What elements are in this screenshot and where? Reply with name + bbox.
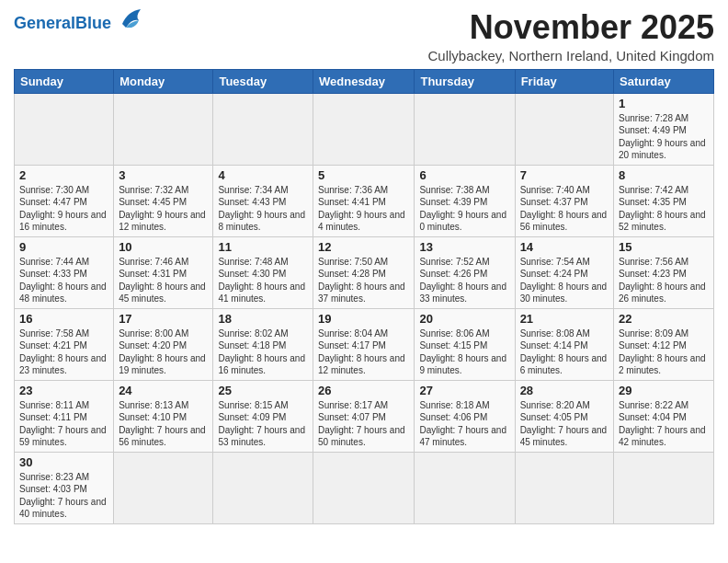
calendar-cell: 4Sunrise: 7:34 AM Sunset: 4:43 PM Daylig… [213,165,313,236]
calendar-cell: 2Sunrise: 7:30 AM Sunset: 4:47 PM Daylig… [15,165,114,236]
day-info: Sunrise: 8:00 AM Sunset: 4:20 PM Dayligh… [119,327,208,377]
calendar-week-2: 9Sunrise: 7:44 AM Sunset: 4:33 PM Daylig… [15,236,714,308]
day-info: Sunrise: 8:18 AM Sunset: 4:06 PM Dayligh… [419,399,509,449]
calendar: Sunday Monday Tuesday Wednesday Thursday… [14,69,714,524]
calendar-cell: 21Sunrise: 8:08 AM Sunset: 4:14 PM Dayli… [515,308,613,380]
calendar-header: Sunday Monday Tuesday Wednesday Thursday… [15,69,714,93]
day-number: 5 [318,168,409,182]
day-number: 25 [218,384,308,397]
day-info: Sunrise: 7:28 AM Sunset: 4:49 PM Dayligh… [619,112,709,162]
calendar-cell [114,93,213,165]
calendar-week-3: 16Sunrise: 7:58 AM Sunset: 4:21 PM Dayli… [15,308,714,380]
calendar-cell [415,452,515,523]
day-number: 21 [520,312,609,326]
calendar-cell: 1Sunrise: 7:28 AM Sunset: 4:49 PM Daylig… [614,93,714,165]
day-number: 11 [218,240,308,254]
calendar-cell: 30Sunrise: 8:23 AM Sunset: 4:03 PM Dayli… [15,452,114,523]
header-tuesday: Tuesday [213,69,313,93]
day-info: Sunrise: 7:56 AM Sunset: 4:23 PM Dayligh… [619,256,709,305]
header-sunday: Sunday [15,69,114,93]
header-thursday: Thursday [415,69,515,93]
day-info: Sunrise: 8:17 AM Sunset: 4:07 PM Dayligh… [318,399,409,449]
day-info: Sunrise: 8:22 AM Sunset: 4:04 PM Dayligh… [619,399,709,449]
calendar-cell [614,452,714,523]
calendar-cell: 14Sunrise: 7:54 AM Sunset: 4:24 PM Dayli… [515,236,613,308]
day-info: Sunrise: 7:54 AM Sunset: 4:24 PM Dayligh… [520,256,609,305]
calendar-cell: 18Sunrise: 8:02 AM Sunset: 4:18 PM Dayli… [213,308,313,380]
calendar-cell: 7Sunrise: 7:40 AM Sunset: 4:37 PM Daylig… [515,165,613,236]
day-info: Sunrise: 7:42 AM Sunset: 4:35 PM Dayligh… [619,184,709,234]
header-monday: Monday [114,69,213,93]
calendar-cell [313,452,415,523]
calendar-cell: 27Sunrise: 8:18 AM Sunset: 4:06 PM Dayli… [415,380,515,452]
calendar-cell: 22Sunrise: 8:09 AM Sunset: 4:12 PM Dayli… [614,308,714,380]
calendar-cell: 15Sunrise: 7:56 AM Sunset: 4:23 PM Dayli… [614,236,714,308]
day-number: 27 [419,384,509,397]
calendar-cell: 11Sunrise: 7:48 AM Sunset: 4:30 PM Dayli… [213,236,313,308]
day-number: 20 [419,312,509,326]
logo-bird-icon [113,7,146,33]
calendar-cell [114,452,213,523]
day-number: 24 [119,384,208,397]
day-number: 18 [218,312,308,326]
calendar-cell: 8Sunrise: 7:42 AM Sunset: 4:35 PM Daylig… [614,165,714,236]
calendar-cell: 12Sunrise: 7:50 AM Sunset: 4:28 PM Dayli… [313,236,415,308]
day-number: 14 [520,240,609,254]
day-number: 4 [218,168,308,182]
calendar-week-4: 23Sunrise: 8:11 AM Sunset: 4:11 PM Dayli… [15,380,714,452]
day-number: 12 [318,240,409,254]
calendar-cell: 16Sunrise: 7:58 AM Sunset: 4:21 PM Dayli… [15,308,114,380]
day-number: 29 [619,384,709,397]
calendar-cell: 28Sunrise: 8:20 AM Sunset: 4:05 PM Dayli… [515,380,613,452]
day-info: Sunrise: 7:52 AM Sunset: 4:26 PM Dayligh… [419,256,509,305]
day-info: Sunrise: 7:32 AM Sunset: 4:45 PM Dayligh… [119,184,208,234]
calendar-cell [415,93,515,165]
calendar-cell: 25Sunrise: 8:15 AM Sunset: 4:09 PM Dayli… [213,380,313,452]
logo-general: General [14,14,75,32]
day-info: Sunrise: 8:09 AM Sunset: 4:12 PM Dayligh… [619,327,709,377]
day-number: 8 [619,168,709,182]
day-number: 16 [19,312,108,326]
logo: GeneralBlue [14,9,146,33]
day-number: 10 [119,240,208,254]
calendar-cell: 10Sunrise: 7:46 AM Sunset: 4:31 PM Dayli… [114,236,213,308]
day-info: Sunrise: 8:02 AM Sunset: 4:18 PM Dayligh… [218,327,308,377]
location: Cullybackey, Northern Ireland, United Ki… [427,48,714,63]
calendar-cell [515,452,613,523]
calendar-cell: 6Sunrise: 7:38 AM Sunset: 4:39 PM Daylig… [415,165,515,236]
day-number: 1 [619,97,709,110]
header: GeneralBlue November 2025 Cullybackey, N… [14,9,714,63]
header-wednesday: Wednesday [313,69,415,93]
day-number: 7 [520,168,609,182]
day-number: 23 [19,384,108,397]
day-number: 26 [318,384,409,397]
day-info: Sunrise: 8:08 AM Sunset: 4:14 PM Dayligh… [520,327,609,377]
day-info: Sunrise: 8:13 AM Sunset: 4:10 PM Dayligh… [119,399,208,449]
calendar-body: 1Sunrise: 7:28 AM Sunset: 4:49 PM Daylig… [15,93,714,523]
day-info: Sunrise: 8:04 AM Sunset: 4:17 PM Dayligh… [318,327,409,377]
day-number: 17 [119,312,208,326]
calendar-cell [213,93,313,165]
calendar-week-0: 1Sunrise: 7:28 AM Sunset: 4:49 PM Daylig… [15,93,714,165]
day-info: Sunrise: 8:11 AM Sunset: 4:11 PM Dayligh… [19,399,108,449]
day-info: Sunrise: 7:50 AM Sunset: 4:28 PM Dayligh… [318,256,409,305]
calendar-cell: 9Sunrise: 7:44 AM Sunset: 4:33 PM Daylig… [15,236,114,308]
day-info: Sunrise: 8:20 AM Sunset: 4:05 PM Dayligh… [520,399,609,449]
header-row: Sunday Monday Tuesday Wednesday Thursday… [15,69,714,93]
calendar-week-5: 30Sunrise: 8:23 AM Sunset: 4:03 PM Dayli… [15,452,714,523]
calendar-cell [213,452,313,523]
day-number: 6 [419,168,509,182]
day-number: 13 [419,240,509,254]
month-title: November 2025 [427,9,714,46]
day-number: 3 [119,168,208,182]
day-number: 9 [19,240,108,254]
day-info: Sunrise: 7:58 AM Sunset: 4:21 PM Dayligh… [19,327,108,377]
day-info: Sunrise: 7:34 AM Sunset: 4:43 PM Dayligh… [218,184,308,234]
calendar-cell: 29Sunrise: 8:22 AM Sunset: 4:04 PM Dayli… [614,380,714,452]
logo-text: GeneralBlue [14,15,111,31]
day-number: 22 [619,312,709,326]
calendar-cell: 3Sunrise: 7:32 AM Sunset: 4:45 PM Daylig… [114,165,213,236]
day-info: Sunrise: 8:06 AM Sunset: 4:15 PM Dayligh… [419,327,509,377]
day-info: Sunrise: 7:46 AM Sunset: 4:31 PM Dayligh… [119,256,208,305]
day-number: 30 [19,455,108,469]
